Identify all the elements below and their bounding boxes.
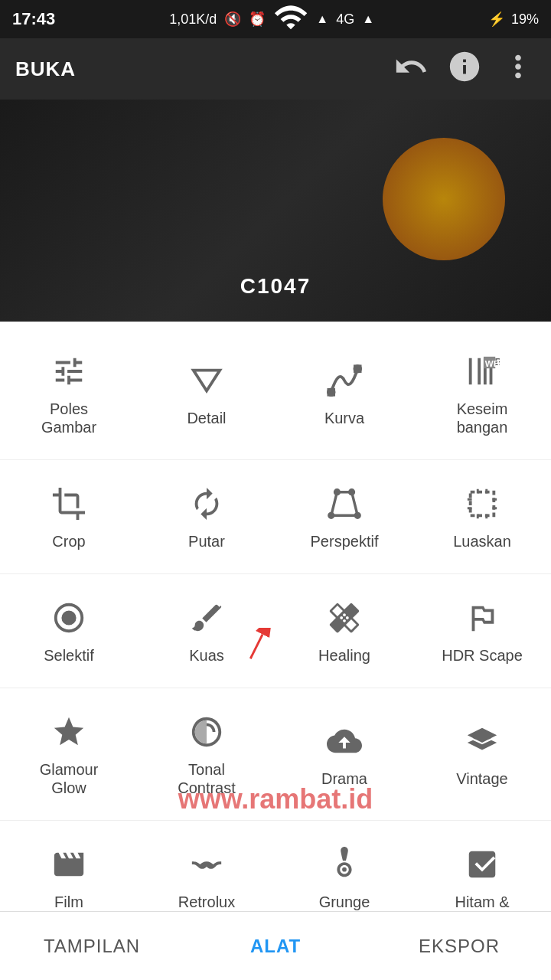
triangle-down-icon [186, 360, 227, 401]
tools-row-4: GlamourGlow TonalContrast Drama [0, 690, 551, 818]
svg-point-7 [329, 513, 334, 518]
curve-icon [324, 360, 365, 401]
tool-putar[interactable]: Putar [138, 469, 276, 564]
nav-ekspor-label: EKSPOR [419, 936, 500, 957]
divider-3 [0, 688, 551, 688]
tool-grunge-label: Grunge [319, 893, 370, 911]
tool-kurva[interactable]: Kurva [276, 337, 413, 450]
guitar-icon [324, 844, 365, 885]
tool-drama[interactable]: Drama [276, 697, 413, 811]
charging-icon: ⚡ [488, 11, 505, 28]
nav-ekspor[interactable]: EKSPOR [367, 912, 551, 980]
film-icon [48, 844, 90, 885]
bottom-nav: TAMPILAN ALAT EKSPOR [0, 911, 551, 980]
tool-crop[interactable]: Crop [0, 469, 138, 564]
tool-kuas[interactable]: Kuas [138, 583, 276, 678]
tool-keseimbangan[interactable]: WB WB Keseimbangan [413, 337, 551, 450]
signal2-icon: ▲ [362, 12, 374, 26]
tool-film-label: Film [54, 893, 83, 911]
network-speed: 1,01K/d [169, 11, 217, 28]
status-bar: 17:43 1,01K/d 🔇 ⏰ ▲ 4G ▲ ⚡ 19% [0, 0, 551, 38]
signal-icon: ▲ [316, 12, 328, 26]
drama-icon [324, 720, 365, 762]
hitam-icon [461, 844, 503, 885]
nav-tampilan-label: TAMPILAN [44, 936, 140, 957]
svg-point-13 [63, 612, 74, 623]
time: 17:43 [12, 9, 55, 29]
preview-content: C1047 [0, 100, 551, 322]
brush-icon [186, 597, 227, 639]
tool-vintage[interactable]: Vintage [413, 697, 551, 811]
tool-healing-label: Healing [318, 646, 370, 665]
svg-point-10 [350, 490, 354, 495]
tool-tonal-contrast[interactable]: TonalContrast [138, 697, 276, 811]
wb-icon: WB WB [461, 351, 503, 392]
tool-kuas-label: Kuas [189, 646, 224, 665]
svg-point-14 [342, 867, 347, 872]
tool-vintage-label: Vintage [456, 769, 507, 788]
status-center: 1,01K/d 🔇 ⏰ ▲ 4G ▲ [169, 0, 374, 39]
alarm-icon: ⏰ [249, 11, 266, 28]
rotate-icon [186, 483, 227, 524]
battery: 19% [511, 11, 539, 28]
tool-selektif-label: Selektif [44, 646, 94, 665]
tool-perspektif[interactable]: Perspektif [276, 469, 413, 564]
divider-2 [0, 573, 551, 574]
carrier: 4G [336, 11, 354, 28]
tools-row-3: Selektif Kuas Healing H [0, 576, 551, 686]
tool-hdr-scape-label: HDR Scape [442, 646, 523, 665]
crop-icon [48, 483, 90, 524]
nav-tampilan[interactable]: TAMPILAN [0, 912, 184, 980]
tool-hitam-label: Hitam & [455, 893, 509, 911]
tool-keseimbangan-label: Keseimbangan [457, 400, 508, 436]
page-title: BUKA [15, 57, 76, 81]
tool-retrolux-label: Retrolux [178, 893, 235, 911]
svg-rect-11 [471, 492, 494, 516]
tool-kurva-label: Kurva [324, 409, 364, 427]
tool-perspektif-label: Perspektif [311, 532, 379, 550]
divider-1 [0, 459, 551, 460]
top-bar: BUKA [0, 38, 551, 100]
tools-section: PolesGambar Detail Kurva [0, 322, 551, 940]
vintage-icon [461, 720, 503, 762]
tonal-icon [186, 711, 227, 753]
more-icon[interactable] [500, 49, 536, 90]
expand-crop-icon [461, 483, 503, 524]
mute-icon: 🔇 [224, 11, 241, 28]
tools-row-1: PolesGambar Detail Kurva [0, 329, 551, 458]
tool-hdr-scape[interactable]: HDR Scape [413, 583, 551, 678]
tool-poles-gambar[interactable]: PolesGambar [0, 337, 138, 450]
svg-text:WB: WB [485, 359, 500, 368]
tools-row-2: Crop Putar Perspektif [0, 462, 551, 572]
tool-selektif[interactable]: Selektif [0, 583, 138, 678]
tool-luaskan[interactable]: Luaskan [413, 469, 551, 564]
tool-glamour-glow[interactable]: GlamourGlow [0, 697, 138, 811]
nav-alat[interactable]: ALAT [184, 912, 367, 980]
tool-tonal-contrast-label: TonalContrast [178, 760, 236, 797]
tool-drama-label: Drama [321, 769, 367, 788]
sliders-icon [48, 351, 90, 392]
perspective-icon [324, 483, 365, 524]
mountain-icon [461, 597, 503, 639]
tool-luaskan-label: Luaskan [453, 532, 511, 550]
undo-icon[interactable] [393, 49, 429, 90]
nav-alat-label: ALAT [250, 936, 301, 957]
tool-detail-label: Detail [187, 409, 226, 427]
svg-point-9 [335, 490, 340, 495]
tool-healing[interactable]: Healing [276, 583, 413, 678]
mustache-icon [186, 844, 227, 885]
preview-circle [383, 138, 505, 260]
tool-detail[interactable]: Detail [138, 337, 276, 450]
tool-putar-label: Putar [188, 532, 225, 550]
top-bar-icons [393, 49, 536, 90]
info-icon[interactable] [447, 49, 482, 90]
preview-label: C1047 [240, 274, 311, 299]
tool-crop-label: Crop [52, 532, 85, 550]
divider-4 [0, 820, 551, 821]
glamour-icon [48, 711, 90, 753]
circle-dot-icon [48, 597, 90, 639]
svg-point-8 [355, 513, 360, 518]
tool-glamour-glow-label: GlamourGlow [40, 760, 99, 797]
status-right: ⚡ 19% [488, 11, 539, 28]
image-preview: C1047 [0, 100, 551, 322]
